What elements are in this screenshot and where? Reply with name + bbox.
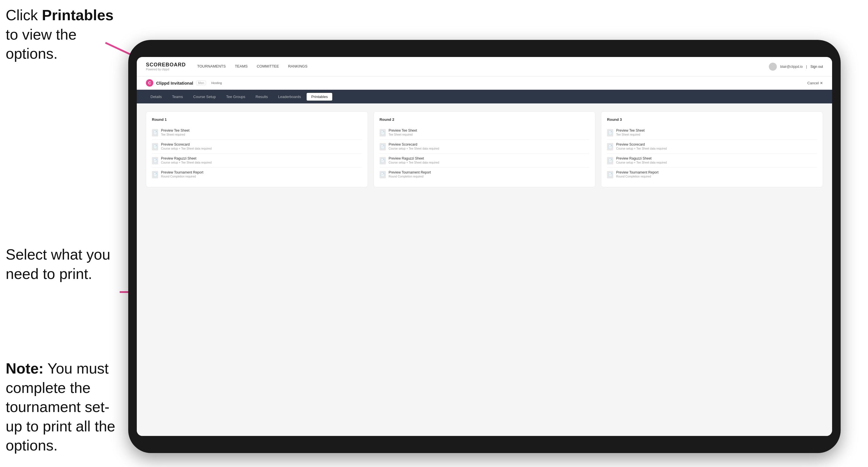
user-email: blair@clippd.io (780, 65, 803, 69)
round-2-report-text: Preview Tournament Report Round Completi… (389, 170, 431, 178)
cancel-button[interactable]: Cancel ✕ (807, 81, 823, 85)
tournament-name: Clippd Invitational (156, 81, 193, 86)
top-nav-right: blair@clippd.io | Sign out (769, 63, 823, 71)
round-3-tee-sheet-subtitle: Tee Sheet required (616, 133, 645, 136)
report-icon: 📄 (152, 171, 158, 178)
round-1-scorecard[interactable]: 📄 Preview Scorecard Course setup + Tee S… (152, 139, 362, 154)
report-icon-3: 📄 (607, 171, 613, 178)
tablet: SCOREBOARD Powered by clippd TOURNAMENTS… (128, 40, 841, 453)
tournament-header: C Clippd Invitational Men Hosting Cancel… (137, 76, 832, 90)
round-1-report-text: Preview Tournament Report Round Completi… (161, 170, 204, 178)
brand-title: SCOREBOARD (146, 62, 186, 68)
nav-tournaments[interactable]: TOURNAMENTS (197, 64, 226, 69)
round-3-tee-sheet-title: Preview Tee Sheet (616, 128, 645, 132)
round-3-raguzzi[interactable]: 📄 Preview Raguzzi Sheet Course setup + T… (607, 154, 817, 167)
user-avatar (769, 63, 777, 71)
round-3-tee-sheet[interactable]: 📄 Preview Tee Sheet Tee Sheet required (607, 126, 817, 139)
round-2-tee-sheet-text: Preview Tee Sheet Tee Sheet required (389, 128, 417, 136)
annotation-bottom: Note: You must complete the tournament s… (6, 359, 120, 455)
raguzzi-icon-2: 📄 (379, 157, 386, 164)
note-bold: Note: (6, 360, 43, 377)
round-1-section: Round 1 📄 Preview Tee Sheet Tee Sheet re… (146, 112, 368, 187)
scorecard-icon: 📄 (152, 143, 158, 150)
round-2-raguzzi-title: Preview Raguzzi Sheet (389, 156, 439, 160)
round-1-report[interactable]: 📄 Preview Tournament Report Round Comple… (152, 167, 362, 181)
round-2-scorecard-title: Preview Scorecard (389, 143, 439, 147)
tee-sheet-icon: 📄 (152, 129, 158, 136)
round-3-scorecard-title: Preview Scorecard (616, 143, 666, 147)
round-1-scorecard-text: Preview Scorecard Course setup + Tee She… (161, 143, 212, 150)
round-1-raguzzi-text: Preview Raguzzi Sheet Course setup + Tee… (161, 156, 212, 164)
round-2-raguzzi-text: Preview Raguzzi Sheet Course setup + Tee… (389, 156, 439, 164)
round-1-raguzzi-title: Preview Raguzzi Sheet (161, 156, 212, 160)
round-2-report-title: Preview Tournament Report (389, 170, 431, 175)
round-2-section: Round 2 📄 Preview Tee Sheet Tee Sheet re… (374, 112, 596, 187)
round-3-tee-sheet-text: Preview Tee Sheet Tee Sheet required (616, 128, 645, 136)
sign-out-link[interactable]: Sign out (810, 65, 823, 69)
raguzzi-icon-3: 📄 (607, 157, 613, 164)
round-3-section: Round 3 📄 Preview Tee Sheet Tee Sheet re… (601, 112, 823, 187)
tab-details[interactable]: Details (146, 93, 166, 101)
tee-sheet-icon-2: 📄 (379, 129, 386, 136)
round-1-raguzzi-subtitle: Course setup + Tee Sheet data required (161, 161, 212, 164)
round-1-tee-sheet[interactable]: 📄 Preview Tee Sheet Tee Sheet required (152, 126, 362, 139)
tab-leaderboards[interactable]: Leaderboards (274, 93, 306, 101)
round-2-report-subtitle: Round Completion required (389, 175, 431, 178)
round-1-report-title: Preview Tournament Report (161, 170, 204, 175)
round-2-raguzzi-subtitle: Course setup + Tee Sheet data required (389, 161, 439, 164)
round-2-report[interactable]: 📄 Preview Tournament Report Round Comple… (379, 167, 590, 181)
tab-results[interactable]: Results (251, 93, 272, 101)
tournament-title-row: C Clippd Invitational Men Hosting (146, 79, 222, 87)
nav-teams[interactable]: TEAMS (235, 64, 248, 69)
round-2-tee-sheet[interactable]: 📄 Preview Tee Sheet Tee Sheet required (379, 126, 590, 139)
round-1-scorecard-subtitle: Course setup + Tee Sheet data required (161, 147, 212, 150)
tournament-logo: C (146, 79, 153, 87)
main-content: Round 1 📄 Preview Tee Sheet Tee Sheet re… (137, 103, 832, 436)
nav-committee[interactable]: COMMITTEE (257, 64, 279, 69)
top-nav: SCOREBOARD Powered by clippd TOURNAMENTS… (137, 57, 832, 76)
round-3-report-text: Preview Tournament Report Round Completi… (616, 170, 658, 178)
round-2-scorecard-text: Preview Scorecard Course setup + Tee She… (389, 143, 439, 150)
tab-teams[interactable]: Teams (167, 93, 187, 101)
round-3-scorecard-subtitle: Course setup + Tee Sheet data required (616, 147, 666, 150)
round-3-report[interactable]: 📄 Preview Tournament Report Round Comple… (607, 167, 817, 181)
round-3-report-title: Preview Tournament Report (616, 170, 658, 175)
scoreboard-brand: SCOREBOARD Powered by clippd (146, 62, 186, 71)
tournament-status: Hosting (211, 81, 222, 85)
rounds-grid: Round 1 📄 Preview Tee Sheet Tee Sheet re… (146, 112, 823, 187)
round-2-scorecard-subtitle: Course setup + Tee Sheet data required (389, 147, 439, 150)
round-1-report-subtitle: Round Completion required (161, 175, 204, 178)
raguzzi-icon: 📄 (152, 157, 158, 164)
round-2-tee-sheet-title: Preview Tee Sheet (389, 128, 417, 132)
scorecard-icon-2: 📄 (379, 143, 386, 150)
report-icon-2: 📄 (379, 171, 386, 178)
tournament-badge: Men (196, 81, 206, 85)
round-1-tee-sheet-subtitle: Tee Sheet required (161, 133, 189, 136)
round-2-scorecard[interactable]: 📄 Preview Scorecard Course setup + Tee S… (379, 139, 590, 154)
top-nav-left: SCOREBOARD Powered by clippd TOURNAMENTS… (146, 62, 308, 71)
round-3-report-subtitle: Round Completion required (616, 175, 658, 178)
round-1-raguzzi[interactable]: 📄 Preview Raguzzi Sheet Course setup + T… (152, 154, 362, 167)
tee-sheet-icon-3: 📄 (607, 129, 613, 136)
tablet-screen: SCOREBOARD Powered by clippd TOURNAMENTS… (137, 57, 832, 436)
round-2-title: Round 2 (379, 117, 590, 122)
round-3-scorecard[interactable]: 📄 Preview Scorecard Course setup + Tee S… (607, 139, 817, 154)
nav-rankings[interactable]: RANKINGS (288, 64, 308, 69)
round-1-tee-sheet-title: Preview Tee Sheet (161, 128, 189, 132)
round-3-title: Round 3 (607, 117, 817, 122)
round-3-raguzzi-title: Preview Raguzzi Sheet (616, 156, 666, 160)
round-3-raguzzi-subtitle: Course setup + Tee Sheet data required (616, 161, 666, 164)
round-2-raguzzi[interactable]: 📄 Preview Raguzzi Sheet Course setup + T… (379, 154, 590, 167)
scorecard-icon-3: 📄 (607, 143, 613, 150)
printables-bold: Printables (42, 7, 114, 23)
round-2-tee-sheet-subtitle: Tee Sheet required (389, 133, 417, 136)
round-3-scorecard-text: Preview Scorecard Course setup + Tee She… (616, 143, 666, 150)
tab-course-setup[interactable]: Course Setup (189, 93, 221, 101)
separator: | (806, 65, 807, 69)
brand-sub: Powered by clippd (146, 68, 186, 71)
round-1-scorecard-title: Preview Scorecard (161, 143, 212, 147)
tab-tee-groups[interactable]: Tee Groups (222, 93, 250, 101)
annotation-middle-line2: need to print. (6, 266, 92, 282)
tab-printables[interactable]: Printables (307, 93, 332, 101)
annotation-middle-line1: Select what you (6, 246, 110, 263)
